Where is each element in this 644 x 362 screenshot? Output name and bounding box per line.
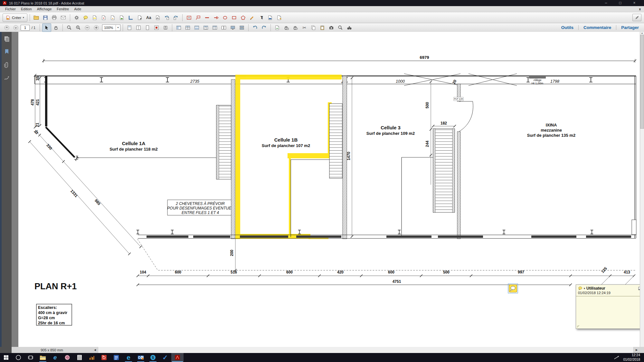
pink-app-button[interactable] bbox=[61, 353, 73, 362]
menu-edition[interactable]: Edition bbox=[18, 7, 34, 11]
page-number-input[interactable] bbox=[21, 25, 30, 31]
snapshot-button[interactable] bbox=[327, 24, 336, 32]
window-two-pages-button[interactable] bbox=[220, 24, 228, 32]
previous-page-button[interactable] bbox=[3, 24, 11, 32]
rotate-right-icon[interactable] bbox=[172, 14, 180, 22]
menu-affichage[interactable]: Affichage bbox=[34, 7, 54, 11]
antivirus-check-button[interactable]: ✓ bbox=[159, 353, 171, 362]
approve-stamp-button[interactable] bbox=[282, 24, 290, 32]
view-read-mode-button[interactable] bbox=[161, 24, 170, 32]
select-tool-button[interactable] bbox=[42, 23, 51, 32]
hand-tool-button[interactable] bbox=[52, 24, 60, 32]
measure-ruler-icon[interactable] bbox=[127, 14, 135, 22]
marquee-zoom-button[interactable] bbox=[65, 24, 73, 32]
stamp-tool-button[interactable] bbox=[291, 24, 299, 32]
redo-button[interactable] bbox=[260, 24, 268, 32]
save-button[interactable] bbox=[41, 14, 50, 22]
paste-button[interactable] bbox=[318, 24, 327, 32]
bookmarks-icon[interactable] bbox=[4, 49, 10, 55]
page-thumbnails-icon[interactable] bbox=[4, 36, 10, 42]
scroll-up-icon[interactable]: ▲ bbox=[641, 32, 643, 34]
highlight-tool-icon[interactable] bbox=[90, 14, 99, 22]
window-monitor-button[interactable] bbox=[229, 24, 237, 32]
view-actual-size-button[interactable] bbox=[125, 24, 134, 32]
textbox-annot-icon[interactable]: T bbox=[185, 14, 193, 22]
edit-document-icon[interactable] bbox=[136, 14, 144, 22]
internet-explorer-button[interactable]: e bbox=[49, 353, 61, 362]
copy-button[interactable] bbox=[309, 24, 317, 32]
zoom-level-select[interactable]: 100% ▾ bbox=[102, 24, 120, 31]
edit-text-icon[interactable]: Aa bbox=[145, 14, 153, 22]
comment-panel-link[interactable]: Commentaire bbox=[583, 25, 611, 30]
settings-gear-icon[interactable] bbox=[72, 14, 81, 22]
email-button[interactable] bbox=[59, 14, 68, 22]
menu-aide[interactable]: Aide bbox=[71, 7, 84, 11]
calculator-button[interactable] bbox=[73, 353, 86, 362]
view-fit-page-button[interactable] bbox=[143, 24, 152, 32]
note-resize-grip[interactable] bbox=[577, 325, 580, 328]
next-page-button[interactable] bbox=[12, 24, 20, 32]
window-split-vertical-button[interactable] bbox=[211, 24, 219, 32]
search-button[interactable] bbox=[336, 24, 345, 32]
scroll-left-icon[interactable]: ◀ bbox=[92, 348, 98, 351]
task-view-button[interactable] bbox=[24, 353, 37, 362]
window-split-left-button[interactable] bbox=[175, 24, 183, 32]
open-button[interactable] bbox=[32, 14, 41, 22]
vertical-scroll-thumb[interactable] bbox=[640, 35, 644, 129]
windows-ink-icon[interactable] bbox=[614, 355, 619, 360]
pencil-annot-icon[interactable] bbox=[248, 14, 256, 22]
tools-panel-link[interactable]: Outils bbox=[561, 25, 573, 30]
window-split-quad-button[interactable] bbox=[184, 24, 192, 32]
stamp-blue-icon[interactable] bbox=[266, 14, 274, 22]
menu-fichier[interactable]: Fichier bbox=[3, 7, 18, 11]
note-options-chevron-icon[interactable]: ▾ bbox=[584, 287, 585, 290]
start-button[interactable] bbox=[0, 353, 12, 362]
create-from-file-icon[interactable] bbox=[109, 14, 117, 22]
toolbar-expand-button[interactable] bbox=[632, 14, 641, 21]
zoom-in-button[interactable] bbox=[92, 24, 100, 32]
line-annot-icon[interactable] bbox=[203, 14, 211, 22]
signatures-icon[interactable] bbox=[4, 75, 10, 81]
sign-document-button[interactable] bbox=[273, 24, 281, 32]
document-chart-icon[interactable] bbox=[154, 14, 162, 22]
cut-button[interactable]: ✂ bbox=[300, 24, 308, 32]
window-single-page-button[interactable] bbox=[202, 24, 210, 32]
stamp-yellow-icon[interactable] bbox=[275, 14, 283, 22]
skype-button[interactable]: S bbox=[147, 353, 159, 362]
sticky-note-annotation-icon[interactable] bbox=[508, 284, 518, 293]
window-stack-button[interactable] bbox=[238, 24, 246, 32]
horizontal-scrollbar[interactable] bbox=[98, 347, 634, 353]
taskbar-clock[interactable]: 12:24 01/02/2018 bbox=[623, 353, 640, 362]
audio-app-button[interactable] bbox=[86, 353, 98, 362]
print-button[interactable] bbox=[50, 14, 59, 22]
oval-annot-icon[interactable] bbox=[221, 14, 229, 22]
polygon-annot-icon[interactable] bbox=[239, 14, 247, 22]
comment-bubble-icon[interactable] bbox=[81, 14, 90, 22]
file-explorer-button[interactable] bbox=[37, 353, 49, 362]
view-fit-width-button[interactable] bbox=[134, 24, 143, 32]
export-pdf-icon[interactable] bbox=[99, 14, 108, 22]
rectangle-annot-icon[interactable] bbox=[230, 14, 238, 22]
scroll-right-icon[interactable]: ▶ bbox=[634, 348, 639, 351]
view-full-screen-button[interactable] bbox=[152, 24, 161, 32]
combine-files-icon[interactable] bbox=[118, 14, 126, 22]
attachments-paperclip-icon[interactable] bbox=[4, 61, 10, 69]
outlook-button[interactable] bbox=[135, 353, 147, 362]
loupe-tool-button[interactable] bbox=[74, 24, 82, 32]
share-panel-link[interactable]: Partager bbox=[621, 25, 639, 30]
callout-annot-icon[interactable] bbox=[194, 14, 202, 22]
window-split-horizontal-button[interactable] bbox=[193, 24, 201, 32]
close-button[interactable]: × bbox=[627, 0, 641, 6]
minimize-button[interactable]: – bbox=[599, 0, 613, 6]
sticky-note-popup[interactable]: ▾ Utilisateur 01/02/2018 12:24:19 bbox=[576, 284, 644, 329]
arrow-annot-icon[interactable] bbox=[212, 14, 220, 22]
undo-button[interactable] bbox=[251, 24, 259, 32]
create-button[interactable]: Créer ▾ bbox=[3, 14, 27, 22]
camera-app-button[interactable] bbox=[98, 353, 110, 362]
rotate-left-icon[interactable] bbox=[163, 14, 171, 22]
acrobat-taskbar-button[interactable] bbox=[171, 353, 184, 362]
cortana-button[interactable] bbox=[12, 353, 24, 362]
toolbar-close-icon[interactable]: x bbox=[639, 7, 641, 11]
edge-button[interactable]: e bbox=[122, 353, 135, 362]
blue-tile-app-button[interactable] bbox=[110, 353, 122, 362]
